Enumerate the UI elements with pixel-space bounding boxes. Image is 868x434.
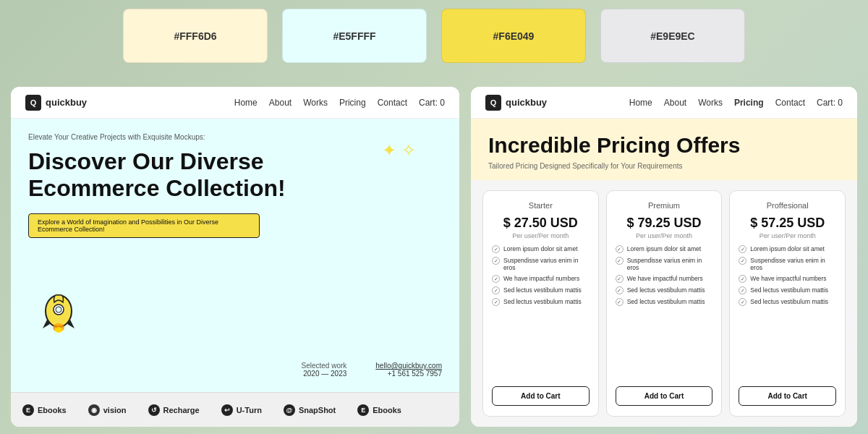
left-nav-contact[interactable]: Contact <box>378 98 407 108</box>
brand-recharge: ↺ Recharge <box>148 404 200 416</box>
swatch-label-4: #E9E9EC <box>650 30 694 42</box>
swatch-label-2: #E5FFFF <box>333 30 375 42</box>
check-icon: ✓ <box>616 298 624 306</box>
premium-feature-1: ✓ Lorem ipsum dolor sit amet <box>616 245 713 253</box>
professional-features: ✓ Lorem ipsum dolor sit amet ✓ Suspendis… <box>739 245 836 380</box>
rocket-illustration <box>28 288 86 341</box>
selected-work-label: Selected work <box>302 362 347 370</box>
check-icon: ✓ <box>492 286 500 294</box>
premium-feature-3: ✓ We have impactful numbers <box>616 275 713 283</box>
check-icon: ✓ <box>616 286 624 294</box>
left-nav-links: Home About Works Pricing Contact Cart: 0 <box>234 98 445 108</box>
swatch-2: #E5FFFF <box>282 9 427 63</box>
contact-email[interactable]: hello@quickbuy.com <box>375 362 442 370</box>
pricing-subtitle: Tailored Pricing Designed Specifically f… <box>488 162 840 170</box>
professional-feature-2: ✓ Suspendisse varius enim in eros <box>739 257 836 271</box>
hero-button[interactable]: Explore a World of Imagination and Possi… <box>28 213 260 238</box>
right-logo-text: quickbuy <box>506 97 547 108</box>
left-nav-works[interactable]: Works <box>303 98 328 108</box>
professional-add-to-cart[interactable]: Add to Cart <box>739 386 836 406</box>
brand-snapshot: @ SnapShot <box>284 404 336 416</box>
hero-title: Discover Our Diverse Ecommerce Collectio… <box>28 148 289 202</box>
starter-feature-4: ✓ Sed lectus vestibulum mattis <box>492 286 590 294</box>
premium-feature-4-text: Sed lectus vestibulum mattis <box>627 286 705 294</box>
starter-period: Per user/Per month <box>492 232 590 239</box>
premium-feature-5-text: Sed lectus vestibulum mattis <box>627 298 705 305</box>
right-nav-about[interactable]: About <box>664 98 686 108</box>
premium-period: Per user/Per month <box>616 232 713 239</box>
right-navbar: Q quickbuy Home About Works Pricing Cont… <box>471 87 857 119</box>
uturn-icon: ↩ <box>221 404 233 416</box>
starter-feature-4-text: Sed lectus vestibulum mattis <box>503 286 582 294</box>
vision-icon: ◉ <box>88 404 100 416</box>
professional-feature-1: ✓ Lorem ipsum dolor sit amet <box>739 245 836 253</box>
check-icon: ✓ <box>739 257 746 265</box>
swatch-label-3: #F6E049 <box>493 30 535 42</box>
ebooks-1-icon: E <box>22 404 34 416</box>
professional-feature-1-text: Lorem ipsum dolor sit amet <box>750 245 825 252</box>
swatch-label-1: #FFF6D6 <box>174 30 216 42</box>
pricing-card-professional: Proffesional $ 57.25 USD Per user/Per mo… <box>729 190 846 417</box>
right-nav-home[interactable]: Home <box>629 98 652 108</box>
premium-feature-3-text: We have impactful numbers <box>627 275 703 282</box>
brand-ebooks-1: E Ebooks <box>22 404 67 416</box>
sparkle-icon: ✦ ✧ <box>382 140 416 161</box>
starter-tier: Starter <box>492 201 590 210</box>
snapshot-icon: @ <box>284 404 295 416</box>
left-nav-home[interactable]: Home <box>234 98 258 108</box>
left-cart[interactable]: Cart: 0 <box>419 98 445 108</box>
right-panel: Q quickbuy Home About Works Pricing Cont… <box>471 87 857 427</box>
right-nav-pricing[interactable]: Pricing <box>734 98 764 108</box>
right-nav-contact[interactable]: Contact <box>775 98 805 108</box>
starter-feature-3: ✓ We have impactful numbers <box>492 275 590 283</box>
check-icon: ✓ <box>739 298 746 306</box>
ebooks-2-icon: E <box>357 404 369 416</box>
starter-feature-2-text: Suspendisse varius enim in eros <box>503 257 590 271</box>
right-cart[interactable]: Cart: 0 <box>817 98 843 108</box>
pricing-title: Incredible Pricing Offers <box>488 133 840 158</box>
professional-feature-4: ✓ Sed lectus vestibulum mattis <box>739 286 836 294</box>
professional-feature-5-text: Sed lectus vestibulum mattis <box>750 298 828 305</box>
professional-tier: Proffesional <box>739 201 836 210</box>
premium-add-to-cart[interactable]: Add to Cart <box>616 386 713 406</box>
premium-feature-2-text: Suspendisse varius enim in eros <box>627 257 713 271</box>
left-logo-icon: Q <box>25 95 41 111</box>
left-logo-text: quickbuy <box>46 97 87 108</box>
check-icon: ✓ <box>492 298 500 306</box>
professional-feature-4-text: Sed lectus vestibulum mattis <box>750 286 828 294</box>
left-nav-about[interactable]: About <box>269 98 292 108</box>
premium-tier: Premium <box>616 201 713 210</box>
premium-feature-5: ✓ Sed lectus vestibulum mattis <box>616 298 713 306</box>
brand-uturn: ↩ U-Turn <box>221 404 262 416</box>
swatch-4: #E9E9EC <box>600 9 745 63</box>
left-hero-body: ✦ ✧ Elevate Your Creative Projects with … <box>11 119 459 392</box>
check-icon: ✓ <box>492 245 500 253</box>
brand-vision: ◉ vision <box>88 404 127 416</box>
check-icon: ✓ <box>492 257 500 265</box>
starter-feature-1: ✓ Lorem ipsum dolor sit amet <box>492 245 590 253</box>
professional-feature-3: ✓ We have impactful numbers <box>739 275 836 283</box>
starter-add-to-cart[interactable]: Add to Cart <box>492 386 590 406</box>
check-icon: ✓ <box>739 286 746 294</box>
recharge-icon: ↺ <box>148 404 160 416</box>
premium-feature-1-text: Lorem ipsum dolor sit amet <box>627 245 702 252</box>
pricing-cards-area: Starter $ 27.50 USD Per user/Per month ✓… <box>471 180 857 427</box>
right-nav-links: Home About Works Pricing Contact Cart: 0 <box>629 98 843 108</box>
left-panel: Q quickbuy Home About Works Pricing Cont… <box>11 87 459 427</box>
left-nav-pricing[interactable]: Pricing <box>339 98 366 108</box>
premium-feature-4: ✓ Sed lectus vestibulum mattis <box>616 286 713 294</box>
brands-bar: E Ebooks ◉ vision ↺ Recharge ↩ U-Turn @ … <box>11 392 459 427</box>
brand-ebooks-1-label: Ebooks <box>38 406 67 414</box>
check-icon: ✓ <box>739 275 746 283</box>
pricing-card-premium: Premium $ 79.25 USD Per user/Per month ✓… <box>606 190 723 417</box>
contact-phone: +1 561 525 7957 <box>375 370 442 378</box>
selected-work-years: 2020 — 2023 <box>302 370 347 378</box>
professional-feature-5: ✓ Sed lectus vestibulum mattis <box>739 298 836 306</box>
right-nav-works[interactable]: Works <box>698 98 723 108</box>
swatches-row: #FFF6D6 #E5FFFF #F6E049 #E9E9EC <box>36 9 832 63</box>
svg-point-2 <box>56 307 61 312</box>
starter-feature-3-text: We have impactful numbers <box>503 275 579 282</box>
premium-feature-2: ✓ Suspendisse varius enim in eros <box>616 257 713 271</box>
professional-period: Per user/Per month <box>739 232 836 239</box>
brand-ebooks-2-label: Ebooks <box>373 406 401 414</box>
